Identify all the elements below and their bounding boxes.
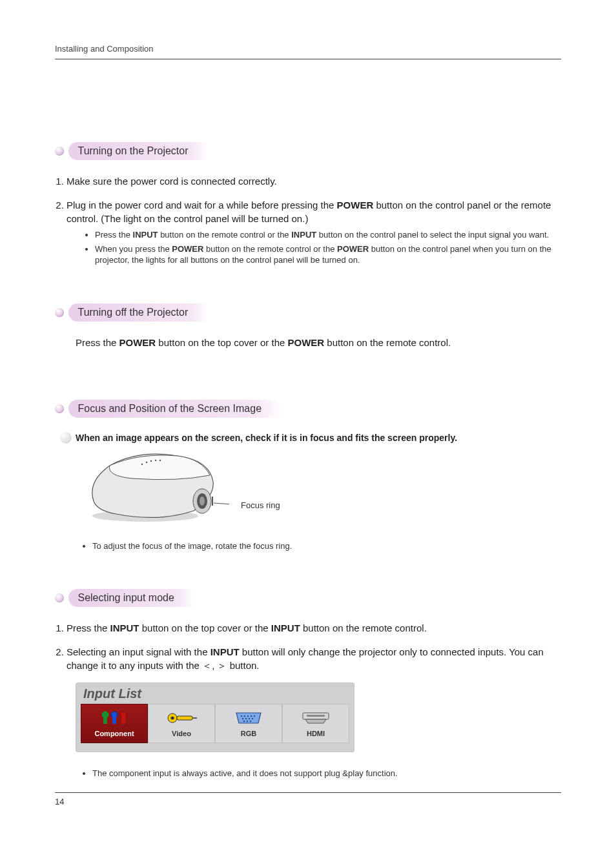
bullet-list: To adjust the focus of the image, rotate… [55, 540, 561, 552]
sub-bullets: Press the INPUT button on the remote con… [67, 229, 561, 266]
svg-point-31 [247, 721, 248, 722]
section-select-input: Selecting input mode Press the INPUT but… [55, 589, 561, 779]
svg-point-25 [254, 715, 255, 717]
svg-point-29 [252, 718, 253, 719]
text: button on the top cover or the [139, 622, 271, 633]
input-tiles: Component Video [81, 704, 349, 743]
tile-label: HDMI [283, 730, 349, 737]
bullet-item: To adjust the focus of the image, rotate… [92, 540, 561, 552]
bullet-text: When you press the [95, 244, 172, 254]
step-item: Plug in the power cord and wait for a wh… [67, 198, 561, 266]
bullet-text: button on the remote control or the [158, 230, 292, 240]
left-angle-icon: ＜ [202, 660, 212, 671]
section-turn-on: Turning on the Projector Make sure the p… [55, 142, 561, 266]
input-tile-video[interactable]: Video [148, 704, 215, 743]
text: button on the top cover or the [156, 337, 287, 348]
input-list-title: Input List [81, 686, 349, 704]
input-label: INPUT [291, 230, 316, 240]
bullet-item: Press the INPUT button on the remote con… [95, 229, 561, 241]
svg-point-32 [250, 721, 251, 722]
hdmi-icon [283, 708, 349, 728]
text: Press the [76, 337, 119, 348]
paragraph: Press the POWER button on the top cover … [55, 336, 561, 349]
section-title: Turning on the Projector [68, 142, 207, 160]
steps-list: Make sure the power cord is connected co… [55, 174, 561, 266]
section-title: Focus and Position of the Screen Image [68, 400, 281, 418]
text: button. [227, 660, 259, 671]
steps-list: Press the INPUT button on the top cover … [55, 621, 561, 672]
svg-rect-14 [112, 717, 116, 724]
power-label: POWER [119, 337, 156, 348]
section-heading: Focus and Position of the Screen Image [55, 400, 561, 418]
tile-label: Video [149, 730, 214, 737]
video-icon [149, 708, 214, 728]
sphere-icon [60, 432, 72, 444]
svg-point-15 [120, 712, 127, 718]
section-focus: Focus and Position of the Screen Image W… [55, 400, 561, 552]
bullet-text: button on the control panel to select th… [316, 230, 549, 240]
input-label: INPUT [271, 622, 300, 633]
power-label: POWER [337, 244, 369, 254]
note-item: The component input is always active, an… [92, 768, 561, 779]
step-item: Selecting an input signal with the INPUT… [67, 645, 561, 672]
callout-text: When an image appears on the screen, che… [76, 433, 457, 443]
svg-point-22 [244, 715, 245, 717]
section-heading: Turning on the Projector [55, 142, 561, 160]
page-number: 14 [55, 797, 64, 806]
page-header: Installing and Composition [55, 44, 561, 59]
text: Selecting an input signal with the [67, 646, 210, 657]
input-tile-rgb[interactable]: RGB [215, 704, 282, 743]
power-label: POWER [337, 200, 374, 211]
section-heading: Selecting input mode [55, 589, 561, 607]
input-label: INPUT [110, 622, 139, 633]
step-text: Plug in the power cord and wait for a wh… [67, 200, 337, 211]
projector-illustration: Focus ring [81, 446, 313, 530]
svg-point-26 [242, 718, 243, 719]
power-label: POWER [288, 337, 325, 348]
svg-rect-12 [103, 717, 107, 724]
svg-point-8 [155, 459, 156, 460]
bullet-icon [55, 308, 64, 317]
svg-point-6 [146, 461, 147, 462]
svg-point-27 [245, 718, 247, 719]
component-icon [81, 708, 147, 728]
callout-row: When an image appears on the screen, che… [60, 432, 561, 444]
power-label: POWER [172, 244, 203, 254]
tile-label: RGB [216, 730, 282, 737]
svg-point-21 [241, 715, 242, 717]
section-heading: Turning off the Projector [55, 303, 561, 322]
svg-point-13 [111, 712, 118, 718]
step-item: Make sure the power cord is connected co… [67, 174, 561, 188]
svg-rect-34 [307, 715, 325, 717]
projector-icon [81, 446, 229, 524]
svg-point-28 [249, 718, 250, 719]
input-label: INPUT [133, 230, 158, 240]
rgb-icon [216, 708, 282, 728]
section-title: Turning off the Projector [68, 303, 207, 322]
svg-line-10 [214, 503, 229, 505]
svg-point-3 [200, 497, 205, 506]
text: Press the [67, 622, 110, 633]
bullet-icon [55, 404, 64, 413]
bullet-item: When you press the POWER button on the r… [95, 243, 561, 266]
svg-point-18 [171, 717, 174, 720]
svg-point-30 [243, 721, 245, 722]
svg-point-11 [102, 712, 108, 718]
step-item: Press the INPUT button on the top cover … [67, 621, 561, 635]
section-turn-off: Turning off the Projector Press the POWE… [55, 303, 561, 349]
svg-point-24 [251, 715, 252, 717]
svg-point-9 [159, 459, 161, 460]
input-tile-hdmi[interactable]: HDMI [282, 704, 349, 743]
text: button on the remote control. [300, 622, 427, 633]
page: Installing and Composition Turning on th… [0, 0, 616, 842]
bullet-text: Press the [95, 230, 133, 240]
input-tile-component[interactable]: Component [81, 704, 148, 743]
page-footer: 14 [55, 792, 561, 806]
section-title: Selecting input mode [68, 589, 193, 607]
svg-rect-16 [121, 717, 125, 724]
svg-point-7 [150, 460, 152, 461]
input-label: INPUT [210, 646, 240, 657]
svg-rect-19 [177, 716, 192, 720]
bullet-icon [55, 147, 64, 156]
svg-point-5 [141, 463, 143, 464]
